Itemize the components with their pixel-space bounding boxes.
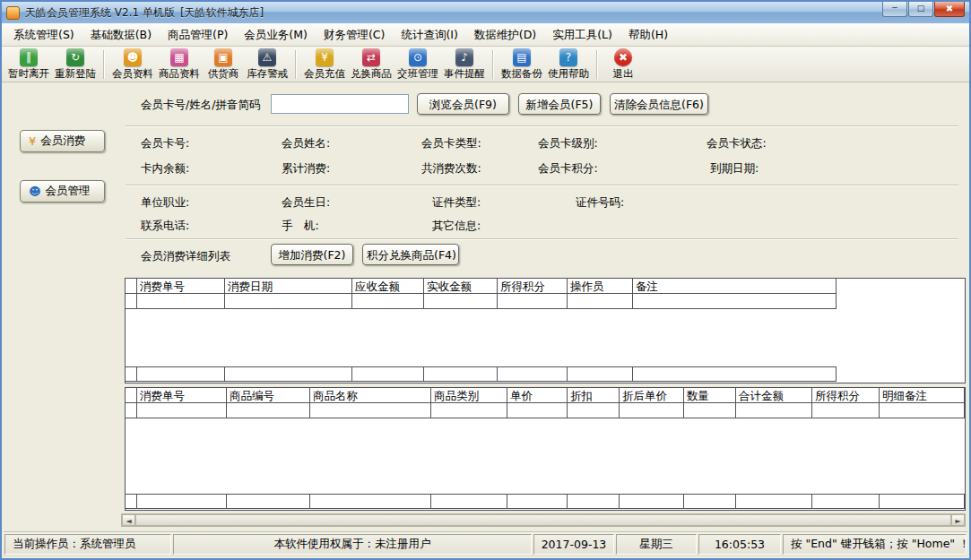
table-header-row: 消费单号 商品编号 商品名称 商品类别 单价 折扣 折后单价 数量 合计金额 所… (126, 388, 965, 403)
toolbar-button-pause-leave[interactable]: ‖ 暂时离开 (5, 47, 52, 82)
toolbar-button-help[interactable]: ? 使用帮助 (545, 47, 592, 82)
table-row[interactable] (126, 366, 837, 382)
menu-item-help[interactable]: 帮助(H) (620, 23, 676, 46)
add-consume-button[interactable]: 增加消费(F2) (271, 244, 353, 265)
horizontal-scrollbar[interactable]: ◄ ► (121, 513, 966, 527)
column-header[interactable]: 所得积分 (498, 279, 568, 294)
grid-cell (507, 403, 568, 418)
browse-member-button[interactable]: 浏览会员(F9) (417, 93, 509, 115)
window-title: 天皓会员管理系统 V2.1 单机版 (25, 5, 175, 21)
label-card-level: 会员卡级别: (538, 136, 598, 151)
toolbar-label: 暂时离开 (8, 67, 49, 81)
toolbar-label: 交班管理 (397, 67, 438, 81)
separator (126, 185, 958, 186)
grid-cell (424, 366, 498, 382)
row-indicator-cell (126, 294, 137, 309)
consume-detail-table[interactable]: 消费单号 商品编号 商品名称 商品类别 单价 折扣 折后单价 数量 合计金额 所… (125, 387, 966, 511)
toolbar-label: 事件提醒 (444, 67, 485, 81)
help-icon: ? (559, 48, 577, 66)
column-header[interactable]: 明细备注 (880, 388, 965, 403)
column-header[interactable]: 数量 (684, 388, 736, 403)
search-input[interactable] (271, 94, 409, 114)
toolbar-button-stock-alert[interactable]: ⚠ 库存警戒 (244, 47, 290, 82)
column-header[interactable]: 应收金额 (352, 279, 424, 294)
label-member-name: 会员姓名: (282, 136, 330, 151)
points-exchange-button[interactable]: 积分兑换商品(F4) (362, 244, 459, 265)
toolbar-button-supplier[interactable]: ▣ 供货商 (203, 47, 244, 82)
toolbar-button-shift[interactable]: ⊙ 交班管理 (394, 47, 441, 82)
grid-cell (620, 403, 684, 418)
main-area: ¥ 会员消费 ☻ 会员管理 会员卡号/姓名/拼音简码 浏览会员(F9) 新增会员… (2, 82, 969, 530)
label-other-info: 其它信息: (432, 219, 481, 234)
column-header[interactable]: 折后单价 (620, 388, 684, 403)
toolbar-label: 使用帮助 (548, 67, 589, 81)
consume-orders-table[interactable]: 消费单号 消费日期 应收金额 实收金额 所得积分 操作员 备注 (125, 278, 966, 383)
column-header[interactable]: 商品类别 (431, 388, 507, 403)
toolbar-button-exit[interactable]: ✖ 退出 (603, 47, 644, 82)
column-header[interactable]: 单价 (507, 388, 568, 403)
separator (126, 125, 958, 127)
grid-cell (225, 366, 352, 382)
table-row[interactable] (126, 294, 965, 309)
column-header[interactable]: 折扣 (568, 388, 620, 403)
clear-member-button[interactable]: 清除会员信息(F6) (610, 93, 708, 115)
column-header[interactable]: 操作员 (568, 279, 633, 294)
label-id-number: 证件号码: (576, 195, 624, 211)
menu-item-product[interactable]: 商品管理(P) (160, 23, 236, 46)
app-window: 天皓会员管理系统 V2.1 单机版 [天皓软件城东店] ─ □ ✖ 系统管理(S… (0, 0, 971, 560)
label-card-status: 会员卡状态: (707, 136, 767, 151)
column-header[interactable]: 实收金额 (424, 279, 498, 294)
product-info-icon: ▦ (170, 48, 188, 66)
sidebar-member-manage-button[interactable]: ☻ 会员管理 (20, 180, 105, 202)
column-header[interactable]: 所得积分 (812, 388, 880, 403)
scrollbar-thumb[interactable] (135, 514, 951, 526)
grid-cell (568, 294, 633, 309)
grid-cell (620, 494, 684, 509)
toolbar-button-member-info[interactable]: ☻ 会员资料 (109, 47, 156, 82)
column-header[interactable]: 合计金额 (736, 388, 812, 403)
minimize-button[interactable]: ─ (882, 2, 907, 17)
menu-item-system[interactable]: 系统管理(S) (5, 23, 82, 46)
sidebar-button-label: 会员管理 (46, 184, 91, 199)
column-header[interactable]: 备注 (633, 279, 837, 294)
column-header[interactable]: 消费日期 (225, 279, 352, 294)
toolbar-button-product-info[interactable]: ▦ 商品资料 (156, 47, 203, 82)
status-hint: 按 "End" 键开钱箱；按 "Home" ！ (783, 534, 967, 555)
sidebar-member-consume-button[interactable]: ¥ 会员消费 (20, 130, 105, 152)
menu-item-tools[interactable]: 实用工具(L) (544, 23, 620, 46)
column-header[interactable]: 商品名称 (310, 388, 431, 403)
column-header[interactable]: 消费单号 (137, 388, 227, 403)
menu-item-finance[interactable]: 财务管理(C) (316, 23, 393, 46)
pause-leave-icon: ‖ (20, 48, 38, 66)
menu-item-basedata[interactable]: 基础数据(B) (82, 23, 160, 46)
grid-cell (498, 366, 568, 382)
menu-item-datamaint[interactable]: 数据维护(D) (466, 23, 544, 46)
scroll-right-icon[interactable]: ► (951, 514, 965, 526)
scroll-left-icon[interactable]: ◄ (122, 514, 135, 526)
grid-cell (498, 294, 568, 309)
stock-alert-icon: ⚠ (258, 48, 276, 66)
grid-cell (633, 294, 837, 309)
column-header[interactable]: 消费单号 (137, 279, 225, 294)
toolbar-button-recharge[interactable]: ¥ 会员充值 (301, 47, 348, 82)
sidebar: ¥ 会员消费 ☻ 会员管理 (2, 82, 118, 530)
grid-cell (227, 494, 310, 509)
toolbar-button-relogin[interactable]: ↻ 重新登陆 (52, 47, 99, 82)
row-indicator-cell (126, 366, 137, 382)
table-row[interactable] (126, 494, 965, 509)
column-header[interactable]: 商品编号 (227, 388, 310, 403)
maximize-button[interactable]: □ (908, 2, 933, 17)
grid-cell (431, 403, 507, 418)
menu-item-stats[interactable]: 统计查询(I) (393, 23, 465, 46)
toolbar-button-backup[interactable]: ▤ 数据备份 (499, 47, 545, 82)
add-member-button[interactable]: 新增会员(F5) (518, 93, 601, 115)
menu-item-member[interactable]: 会员业务(M) (236, 23, 316, 46)
table-row[interactable] (126, 403, 965, 418)
grid-cell (684, 494, 736, 509)
close-button[interactable]: ✖ (934, 2, 965, 17)
toolbar-button-reminder[interactable]: ♪ 事件提醒 (441, 47, 488, 82)
member-manage-icon: ☻ (29, 185, 41, 197)
member-info-icon: ☻ (124, 48, 142, 66)
toolbar-button-exchange[interactable]: ⇄ 兑换商品 (348, 47, 394, 82)
toolbar-label: 会员充值 (304, 67, 345, 81)
